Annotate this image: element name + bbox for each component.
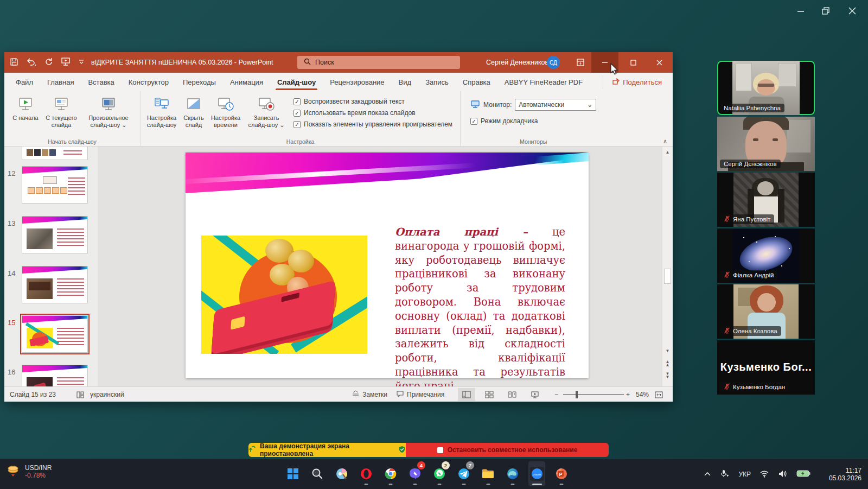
from-current-slide-button[interactable]: С текущего слайда xyxy=(43,93,79,137)
chrome-browser-icon[interactable] xyxy=(382,461,399,486)
collapse-ribbon-icon[interactable]: ∧ xyxy=(663,138,667,145)
close-button[interactable] xyxy=(646,52,673,73)
tab-file[interactable]: Файл xyxy=(9,73,40,91)
normal-view-button[interactable] xyxy=(458,388,475,401)
tray-chevron-icon[interactable] xyxy=(704,471,711,478)
spellcheck-icon[interactable] xyxy=(76,387,85,402)
customize-qat-icon[interactable] xyxy=(78,59,85,67)
scrollbar-thumb[interactable] xyxy=(664,269,671,284)
share-button[interactable]: Поделиться xyxy=(603,75,667,89)
telegram-app-icon[interactable]: 7 xyxy=(455,461,472,486)
comments-button[interactable]: Примечания xyxy=(396,387,444,402)
keyboard-language[interactable]: УКР xyxy=(738,471,751,478)
record-slideshow-button[interactable]: Записать слайд-шоу ⌄ xyxy=(244,93,289,137)
paint-app-icon[interactable] xyxy=(333,461,350,486)
language-indicator[interactable]: украинский xyxy=(90,387,124,402)
slide-counter[interactable]: Слайд 15 из 23 xyxy=(10,387,56,402)
weather-finance-widget[interactable]: USD/INR -0.78% xyxy=(7,463,52,479)
whatsapp-app-icon[interactable]: 2 xyxy=(431,461,448,486)
wifi-icon[interactable] xyxy=(760,470,769,479)
from-beginning-button[interactable]: С начала xyxy=(8,93,43,137)
zoom-close-icon[interactable] xyxy=(847,4,857,17)
scroll-down-icon[interactable]: ▼ xyxy=(662,348,673,353)
slide-thumbnail-13[interactable] xyxy=(22,216,88,253)
slide-thumbnail-15-selected[interactable] xyxy=(22,315,88,353)
file-explorer-icon[interactable] xyxy=(480,461,496,486)
participant-tile-kuzmenko[interactable]: Кузьменко Бог... Кузьменко Богдан xyxy=(717,340,815,395)
taskbar-clock[interactable]: 11:17 05.03.2026 xyxy=(829,467,861,482)
presenter-view-checkbox[interactable]: ✓ Режим докладчика xyxy=(470,117,596,125)
zoom-restore-icon[interactable] xyxy=(821,4,831,17)
participant-tile-yana[interactable]: Яна Пустовіт xyxy=(717,173,815,227)
participant-tile-olena[interactable]: Олена Козлова xyxy=(717,284,815,339)
microphone-tray-icon[interactable] xyxy=(720,469,730,480)
tab-slideshow[interactable]: Слайд-шоу xyxy=(270,73,323,91)
slideshow-view-button[interactable] xyxy=(526,388,544,401)
slide-thumbnail-11[interactable] xyxy=(22,147,88,160)
save-icon[interactable] xyxy=(10,58,18,68)
viber-app-icon[interactable]: 4 xyxy=(406,461,423,486)
stop-sharing-banner[interactable]: Остановить совместное использование xyxy=(406,443,609,457)
slide-body-text[interactable]: Оплата праці – це винагорода у грошовій … xyxy=(395,225,565,386)
scroll-up-icon[interactable]: ▲ xyxy=(662,150,673,155)
maximize-button[interactable] xyxy=(620,52,647,73)
opera-browser-icon[interactable] xyxy=(358,461,374,486)
notes-button[interactable]: Заметки xyxy=(352,387,387,402)
tab-view[interactable]: Вид xyxy=(392,73,419,91)
zoom-in-icon[interactable]: + xyxy=(626,387,630,402)
undo-icon[interactable] xyxy=(26,58,37,68)
tab-transitions[interactable]: Переходы xyxy=(176,73,223,91)
zoom-slider-thumb[interactable] xyxy=(576,391,578,398)
resume-share-icon[interactable] xyxy=(248,446,256,454)
edge-browser-icon[interactable] xyxy=(504,461,521,486)
show-media-controls-checkbox[interactable]: ✓Показать элементы управления проигрыват… xyxy=(293,120,452,128)
tab-animations[interactable]: Анимация xyxy=(223,73,270,91)
participant-tile-nataliia[interactable]: Nataliia Pshenychna xyxy=(717,61,815,115)
fit-to-window-icon[interactable] xyxy=(654,387,663,402)
slide-image-money[interactable] xyxy=(201,236,367,354)
slide-thumbnail-16[interactable] xyxy=(22,365,88,386)
use-timings-checkbox[interactable]: ✓Использовать время показа слайдов xyxy=(293,109,452,117)
account-name[interactable]: Сергей Денежников xyxy=(486,52,548,73)
previous-slide-icon[interactable]: ▲▲ xyxy=(662,360,673,367)
slide-canvas[interactable]: Оплата праці – це винагорода у грошовій … xyxy=(186,153,589,378)
start-button[interactable] xyxy=(284,461,301,486)
participant-tile-serhii[interactable]: Сергій Дєнєжніков xyxy=(717,117,815,171)
tab-design[interactable]: Конструктор xyxy=(122,73,176,91)
ribbon-display-options-icon[interactable] xyxy=(574,56,587,68)
slide-sorter-view-button[interactable] xyxy=(481,388,498,401)
volume-icon[interactable] xyxy=(778,470,788,479)
start-slideshow-icon[interactable] xyxy=(61,57,71,68)
zoom-minimize-icon[interactable] xyxy=(796,4,805,17)
search-button[interactable] xyxy=(309,461,326,486)
tab-home[interactable]: Главная xyxy=(40,73,81,91)
avatar[interactable]: СД xyxy=(547,56,560,69)
hide-slide-button[interactable]: Скрыть слайд xyxy=(180,93,208,137)
zoom-percentage[interactable]: 54% xyxy=(636,387,649,402)
zoom-slider[interactable] xyxy=(563,394,624,395)
tab-insert[interactable]: Вставка xyxy=(81,73,121,91)
powerpoint-app-icon[interactable]: P xyxy=(553,461,570,486)
search-box[interactable]: Поиск xyxy=(297,56,460,69)
stop-share-checkbox[interactable] xyxy=(437,447,443,453)
battery-icon[interactable] xyxy=(796,470,810,479)
play-narrations-checkbox[interactable]: ✓Воспроизвести закадровый текст xyxy=(293,98,452,105)
security-shield-icon[interactable] xyxy=(398,446,406,455)
slide-thumbnail-12[interactable] xyxy=(22,166,88,204)
next-slide-icon[interactable]: ▼▼ xyxy=(662,372,673,379)
zoom-app-icon[interactable]: zoom xyxy=(528,461,545,486)
reading-view-button[interactable] xyxy=(503,388,521,401)
tab-record[interactable]: Запись xyxy=(418,73,456,91)
custom-slideshow-button[interactable]: Произвольное слайд-шоу ⌄ xyxy=(79,93,138,137)
rehearse-timings-button[interactable]: Настройка времени xyxy=(208,93,244,137)
monitor-dropdown[interactable]: Автоматически⌄ xyxy=(515,99,596,111)
tab-abbyy[interactable]: ABBYY FineReader PDF xyxy=(497,73,590,91)
tab-review[interactable]: Рецензирование xyxy=(323,73,391,91)
editor-scrollbar[interactable]: ▲ ▼ ▲▲ ▼▼ xyxy=(662,147,673,386)
setup-slideshow-button[interactable]: Настройка слайд-шоу xyxy=(144,93,180,137)
slide-thumbnail-14[interactable] xyxy=(22,266,88,303)
zoom-out-icon[interactable]: − xyxy=(554,387,558,402)
redo-icon[interactable] xyxy=(44,58,53,68)
participant-tile-fialka[interactable]: Фіалка Андрій xyxy=(717,228,815,283)
tab-help[interactable]: Справка xyxy=(456,73,497,91)
